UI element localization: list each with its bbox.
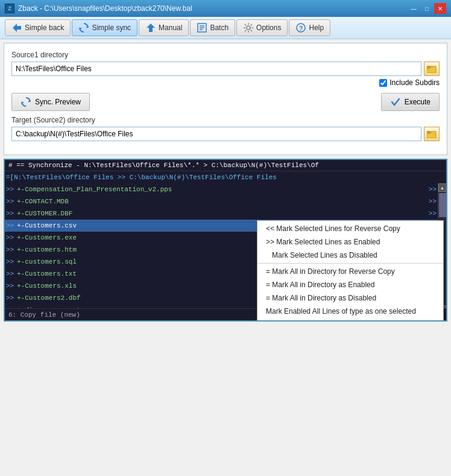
context-menu-item-mark-disabled-type[interactable]: Mark Disabled All Lines of type as one s… — [257, 318, 443, 322]
source1-folder-button[interactable] — [424, 62, 440, 76]
app-icon: Z — [5, 4, 14, 13]
title-bar: Z Zback - C:\Users\snapfiles\Desktop\zba… — [0, 0, 451, 17]
target-input[interactable] — [11, 127, 421, 141]
file-row-arrow: >> — [6, 258, 17, 265]
svg-marker-3 — [147, 24, 155, 32]
scroll-thumb[interactable] — [439, 193, 446, 217]
sync-preview-label: Sync. Preview — [35, 98, 81, 106]
file-row-arrow: >> — [6, 222, 17, 229]
file-row-arrow: >> — [6, 234, 17, 241]
simple-sync-label: Simple sync — [92, 24, 131, 32]
file-row-arrow: >> — [6, 186, 17, 193]
file-row[interactable]: >>+-CUSTOMER.DBF>> — [5, 208, 438, 220]
options-label: Options — [256, 24, 281, 32]
options-icon — [243, 22, 254, 33]
file-row[interactable]: >>+-CONTACT.MDB>> — [5, 195, 438, 208]
file-row-arrow: >> — [6, 282, 17, 290]
file-row-arrow: >> — [6, 210, 17, 217]
file-row-op: >> — [418, 186, 437, 193]
simple-back-icon — [11, 22, 22, 33]
target-input-row — [11, 127, 440, 141]
context-menu-item-mark-reverse[interactable]: << Mark Selected Lines for Reverse Copy — [257, 222, 443, 235]
file-row-op: >> — [418, 198, 437, 205]
path-line-text: =[N:\TestFiles\Office Files >> C:\backup… — [6, 174, 277, 181]
svg-text:?: ? — [299, 25, 303, 32]
file-panel-header-text: # == Synchronize - N:\TestFiles\Office F… — [8, 162, 319, 169]
context-menu-item-mark-disabled[interactable]: Mark Selected Lines as Disabled — [257, 249, 443, 262]
close-button[interactable]: ✕ — [434, 3, 446, 14]
options-button[interactable]: Options — [236, 19, 288, 36]
file-row-arrow: >> — [6, 246, 17, 253]
include-subdirs-checkbox[interactable] — [379, 79, 387, 87]
execute-label: Execute — [405, 98, 430, 106]
toolbar: Simple back Simple sync Manual Batch Opt… — [0, 17, 451, 39]
source1-input-row — [11, 62, 440, 76]
file-row[interactable]: >>+-Compensation_Plan_Presentation_v2.pp… — [5, 183, 438, 195]
simple-back-button[interactable]: Simple back — [5, 19, 71, 36]
source1-input[interactable] — [11, 62, 421, 76]
simple-sync-icon — [78, 22, 89, 33]
sync-preview-button[interactable]: Sync. Preview — [11, 93, 90, 111]
file-row-arrow: >> — [6, 294, 17, 302]
svg-rect-12 — [427, 66, 430, 68]
help-button[interactable]: ? Help — [289, 19, 330, 36]
main-form: Source1 directory Include Subdirs Sync. … — [4, 43, 447, 155]
svg-point-8 — [247, 26, 250, 30]
file-panel-header: # == Synchronize - N:\TestFiles\Office F… — [5, 160, 446, 171]
context-menu-item-mark-enabled-type[interactable]: Mark Enabled All Lines of type as one se… — [257, 305, 443, 318]
file-row-name: +-CUSTOMER.DBF — [17, 210, 418, 217]
source1-section: Source1 directory Include Subdirs — [11, 51, 440, 87]
svg-marker-0 — [13, 24, 21, 32]
context-menu: << Mark Selected Lines for Reverse Copy>… — [257, 220, 444, 322]
title-bar-controls: — □ ✕ — [408, 3, 446, 14]
batch-icon — [197, 22, 207, 33]
context-menu-item-mark-all-enabled[interactable]: = Mark All in Directory as Enabled — [257, 278, 443, 291]
target-folder-button[interactable] — [424, 127, 440, 141]
context-menu-separator — [257, 263, 443, 264]
manual-label: Manual — [159, 24, 182, 32]
batch-button[interactable]: Batch — [190, 19, 235, 36]
source1-label: Source1 directory — [11, 51, 440, 59]
context-menu-item-mark-enabled[interactable]: >> Mark Selected Lines as Enabled — [257, 235, 443, 249]
minimize-button[interactable]: — — [408, 3, 420, 14]
window-title: Zback - C:\Users\snapfiles\Desktop\zback… — [18, 4, 192, 13]
help-label: Help — [309, 24, 324, 32]
context-menu-item-mark-all-disabled[interactable]: = Mark All in Directory as Disabled — [257, 291, 443, 305]
path-line-row: =[N:\TestFiles\Office Files >> C:\backup… — [5, 171, 446, 183]
batch-label: Batch — [210, 24, 229, 32]
svg-rect-16 — [427, 132, 430, 133]
file-row-arrow: >> — [6, 198, 17, 205]
execute-button[interactable]: Execute — [381, 93, 440, 111]
context-menu-item-mark-all-reverse[interactable]: = Mark All in Directory for Reverse Copy — [257, 265, 443, 278]
file-row-arrow: >> — [6, 270, 17, 278]
scroll-up-button[interactable]: ▲ — [438, 183, 447, 192]
file-row-name: +-Compensation_Plan_Presentation_v2.pps — [17, 186, 418, 193]
file-panel: # == Synchronize - N:\TestFiles\Office F… — [4, 159, 447, 322]
file-row-name: +-CONTACT.MDB — [17, 198, 418, 205]
simple-sync-button[interactable]: Simple sync — [72, 19, 137, 36]
include-subdirs-label: Include Subdirs — [390, 78, 440, 87]
manual-icon — [145, 22, 156, 33]
title-bar-left: Z Zback - C:\Users\snapfiles\Desktop\zba… — [5, 4, 192, 13]
target-section: Target (Source2) directory — [11, 116, 440, 141]
target-label: Target (Source2) directory — [11, 116, 440, 124]
include-subdirs-row: Include Subdirs — [11, 78, 440, 87]
action-row: Sync. Preview Execute — [11, 93, 440, 111]
help-icon: ? — [295, 22, 306, 33]
maximize-button[interactable]: □ — [421, 3, 433, 14]
manual-button[interactable]: Manual — [139, 19, 189, 36]
simple-back-label: Simple back — [25, 24, 64, 32]
file-row-op: >> — [418, 210, 437, 217]
status-text: 6: Copy file (new) — [8, 311, 80, 319]
